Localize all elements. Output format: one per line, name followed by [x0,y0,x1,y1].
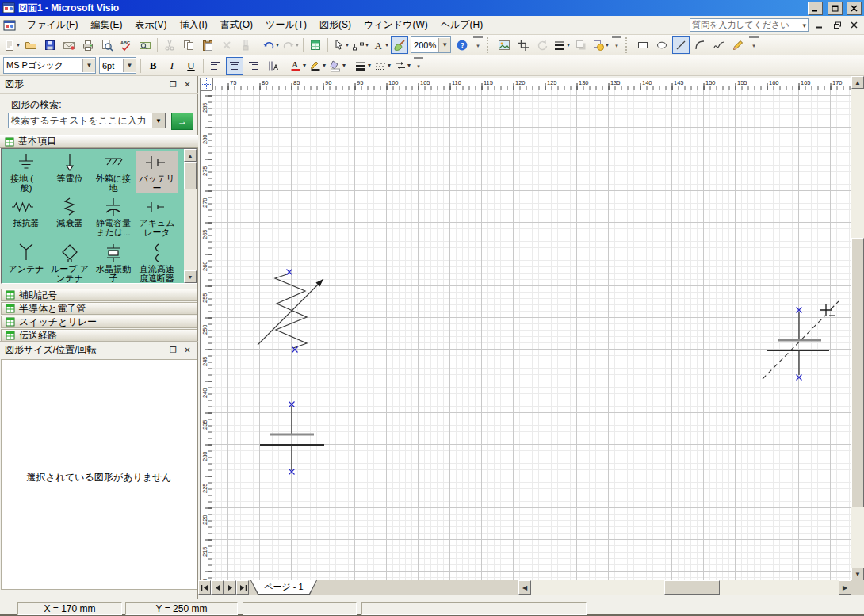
vertical-text-icon[interactable] [264,57,281,75]
align-right-icon[interactable] [245,57,262,75]
stencil-shape-equipotential[interactable]: 等電位 [48,151,91,183]
copy-icon[interactable] [180,36,197,54]
stencil-shape-frame-ground[interactable]: 外箱に接地 [92,151,135,193]
last-page-icon[interactable] [236,580,249,595]
stencil-scroll-up-icon[interactable]: ▲ [184,149,197,162]
print-icon[interactable] [79,36,97,54]
stencil-shape-accumulator[interactable]: アキュムレータ [136,196,178,237]
maximize-icon[interactable] [828,2,843,15]
menu-window[interactable]: ウィンドウ(W) [357,17,434,33]
fill-color-icon[interactable]: ▾ [328,57,346,75]
spelling-icon[interactable]: ABC [117,36,135,54]
stencil-scrollbar[interactable]: ▲ ▼ [184,149,197,283]
stencil-scroll-down-icon[interactable]: ▼ [184,270,197,283]
variable-capacitor-shape[interactable] [763,301,839,381]
stencil-shape-capacitor[interactable]: 静電容量または... [92,196,135,237]
redo-icon[interactable]: ▾ [281,36,300,54]
next-page-icon[interactable] [224,580,236,595]
drawing-canvas[interactable] [212,90,851,580]
italic-button[interactable]: I [163,57,181,75]
horizontal-scroll-thumb[interactable] [664,580,720,595]
ellipse-tool-icon[interactable] [653,36,671,54]
menu-shape[interactable]: 図形(S) [313,17,357,33]
attenuator-shape[interactable] [258,270,323,353]
line-weight-format-icon[interactable]: ▾ [354,57,372,75]
email-icon[interactable] [60,36,78,54]
new-icon[interactable]: ▾ [2,36,21,54]
line-ends-dropdown-icon[interactable]: ▾ [407,62,411,69]
line-tool-icon[interactable] [672,36,690,54]
menu-edit[interactable]: 編集(E) [84,17,128,33]
paste-icon[interactable] [199,36,216,54]
connector-tool-icon[interactable]: ▾ [351,36,369,54]
doc-minimize-icon[interactable] [813,19,826,31]
cut-icon[interactable] [161,36,178,54]
shapes-pane-float-icon[interactable]: ❒ [167,79,179,90]
pointer-tool-dropdown-icon[interactable]: ▾ [346,41,349,48]
toolbar-options-standard[interactable]: ▾ [473,36,483,54]
scroll-right-icon[interactable]: ▶ [839,580,851,595]
previous-page-icon[interactable] [211,580,224,595]
menu-help[interactable]: ヘルプ(H) [434,17,490,33]
font-color-dropdown-icon[interactable]: ▾ [303,62,306,69]
save-icon[interactable] [41,36,59,54]
crop-icon[interactable] [514,36,532,54]
stencil-shape-loop-antenna[interactable]: ループ アンテナ [48,242,91,283]
first-page-icon[interactable] [198,580,211,595]
toolbar-grip[interactable] [625,37,631,53]
stencil-header-auxiliary-symbols[interactable]: 補助記号 [1,289,197,301]
stencil-header-switches-and-relays[interactable]: スイッチとリレー [1,316,197,328]
underline-button[interactable]: U [182,57,200,75]
bold-button[interactable]: B [144,57,162,75]
toolbar-options-picture[interactable]: ▾ [612,36,621,54]
stencil-shape-ground-general[interactable]: 接地 (一般) [5,151,48,193]
line-weight-format-dropdown-icon[interactable]: ▾ [368,62,371,69]
line-ends-icon[interactable]: ▾ [393,57,411,75]
line-pattern-dropdown-icon[interactable]: ▾ [388,62,391,69]
line-pattern-icon[interactable]: ▾ [373,57,392,75]
menu-format[interactable]: 書式(O) [214,17,259,33]
pointer-tool-icon[interactable]: ▾ [331,36,350,54]
question-dropdown-icon[interactable]: ▾ [802,21,806,29]
doc-close-icon[interactable] [848,19,861,31]
scroll-left-icon[interactable]: ◀ [518,580,531,595]
stencil-shape-crystal-oscillator[interactable]: 水晶振動子 [92,242,135,283]
shadow-icon[interactable] [572,36,590,54]
menu-view[interactable]: 表示(V) [128,17,173,33]
menu-insert[interactable]: 挿入(I) [173,17,213,33]
text-tool-dropdown-icon[interactable]: ▾ [385,41,388,48]
font-combo[interactable]: MS Pゴシック▼ [3,57,96,74]
line-weight-icon[interactable]: ▾ [552,36,571,54]
zoom-combo-dropdown-icon[interactable]: ▼ [438,38,450,52]
align-left-icon[interactable] [207,57,224,75]
menu-file[interactable]: ファイル(F) [21,17,84,33]
toolbar-grip[interactable] [487,37,492,53]
print-preview-icon[interactable] [98,36,116,54]
stencil-header-basic-items[interactable]: 基本項目 [0,135,198,148]
font-combo-dropdown-icon[interactable]: ▼ [82,59,95,72]
shapes-pane-close-icon[interactable]: ✕ [182,79,193,90]
doc-restore-icon[interactable] [831,19,843,31]
page-tab[interactable]: ページ - 1 [250,580,317,595]
capacitor-shape[interactable] [260,402,324,475]
stencil-shape-battery[interactable]: バッテリー [136,151,178,193]
ink-tool-icon[interactable] [391,36,408,54]
arc-tool-icon[interactable] [691,36,709,54]
connector-tool-dropdown-icon[interactable]: ▾ [365,41,369,48]
open-icon[interactable] [22,36,40,54]
line-weight-dropdown-icon[interactable]: ▾ [567,41,570,48]
menu-tools[interactable]: ツール(T) [259,17,313,33]
drawing-explorer-icon[interactable] [307,36,324,54]
stencil-scroll-thumb[interactable] [184,162,197,189]
size-combo[interactable]: 6pt▼ [99,57,136,74]
fill-shape-dropdown-icon[interactable]: ▾ [606,41,609,48]
zoom-combo[interactable]: 200%▼ [411,36,451,53]
line-color-icon[interactable]: ▾ [308,57,327,75]
toolbar-options-format[interactable]: ▾ [414,57,423,75]
toolbar-options-drawing[interactable]: ▾ [749,36,759,54]
stencil-shape-resistor[interactable]: 抵抗器 [5,196,48,228]
format-painter-icon[interactable] [237,36,254,54]
rotate-left-icon[interactable] [533,36,551,54]
question-input[interactable]: 質問を入力してください ▾ [690,18,809,32]
size-pane-close-icon[interactable]: ✕ [182,344,193,355]
